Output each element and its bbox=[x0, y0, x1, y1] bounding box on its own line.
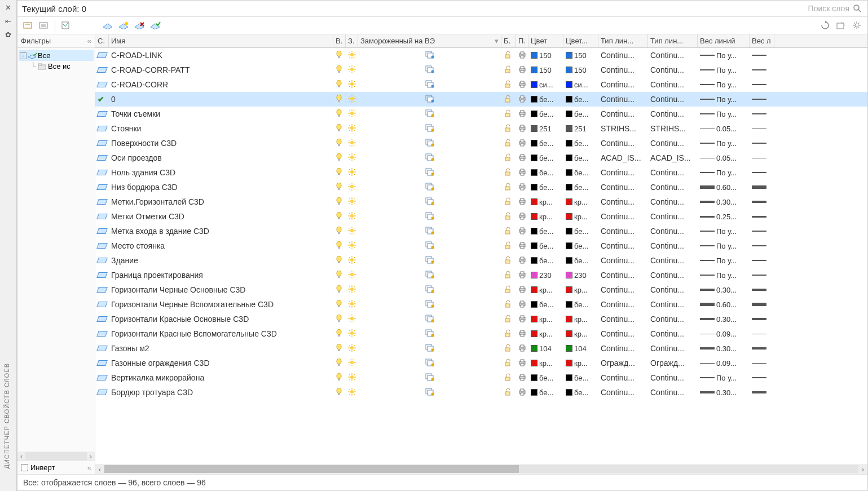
plot-cell[interactable] bbox=[516, 197, 528, 207]
col-lineweight[interactable]: Вес линий bbox=[698, 34, 750, 47]
lock-cell[interactable] bbox=[501, 359, 516, 368]
vplinetype-cell[interactable]: Continu... bbox=[648, 300, 698, 309]
vplinetype-cell[interactable]: Continu... bbox=[648, 95, 698, 104]
vpfreeze-cell[interactable] bbox=[358, 139, 501, 148]
vplineweight-cell[interactable] bbox=[750, 216, 774, 218]
name-cell[interactable]: Газоны м2 bbox=[109, 344, 333, 353]
vplineweight-cell[interactable] bbox=[750, 391, 774, 393]
status-cell[interactable] bbox=[95, 302, 109, 307]
lock-cell[interactable] bbox=[501, 139, 516, 148]
col-vplinetype[interactable]: Тип лин... bbox=[648, 34, 698, 47]
vplineweight-cell[interactable] bbox=[750, 260, 774, 261]
color-cell[interactable]: кр... bbox=[528, 315, 563, 324]
color-cell[interactable]: 150 bbox=[528, 51, 563, 60]
freeze-cell[interactable] bbox=[346, 300, 358, 309]
vpcolor-cell[interactable]: си... bbox=[563, 81, 598, 89]
vpfreeze-cell[interactable] bbox=[358, 227, 501, 236]
freeze-cell[interactable] bbox=[346, 315, 358, 324]
plot-cell[interactable] bbox=[516, 359, 528, 368]
vplinetype-cell[interactable]: Continu... bbox=[648, 168, 698, 177]
lock-cell[interactable] bbox=[501, 373, 516, 383]
freeze-cell[interactable] bbox=[346, 241, 358, 251]
plot-cell[interactable] bbox=[516, 256, 528, 266]
on-cell[interactable] bbox=[333, 300, 346, 309]
vplinetype-cell[interactable]: Continu... bbox=[648, 212, 698, 221]
vpfreeze-cell[interactable] bbox=[358, 256, 501, 266]
lock-cell[interactable] bbox=[501, 212, 516, 222]
vpfreeze-cell[interactable] bbox=[358, 373, 501, 383]
name-cell[interactable]: Стоянки bbox=[109, 124, 333, 133]
table-row[interactable]: Газонные ограждения C3Dкр...кр...Огражд.… bbox=[95, 356, 867, 370]
vplinetype-cell[interactable]: Continu... bbox=[648, 139, 698, 148]
col-linetype[interactable]: Тип лин... bbox=[598, 34, 648, 47]
vplineweight-cell[interactable] bbox=[750, 158, 774, 158]
vplinetype-cell[interactable]: Continu... bbox=[648, 197, 698, 206]
table-row[interactable]: Метка входа в здание C3Dбе...бе...Contin… bbox=[95, 224, 867, 238]
status-cell[interactable]: ✔ bbox=[95, 95, 109, 104]
set-current-button[interactable] bbox=[149, 19, 161, 32]
lock-cell[interactable] bbox=[501, 329, 516, 339]
on-cell[interactable] bbox=[333, 271, 346, 280]
lock-cell[interactable] bbox=[501, 388, 516, 397]
status-cell[interactable] bbox=[95, 375, 109, 381]
name-cell[interactable]: Граница проектирования bbox=[109, 271, 333, 280]
color-cell[interactable]: 150 bbox=[528, 66, 563, 74]
lineweight-cell[interactable]: 0.09... bbox=[698, 330, 750, 338]
table-row[interactable]: Стоянки251251STRIHS...STRIHS...0.05... bbox=[95, 121, 867, 136]
table-row[interactable]: ✔0бе...бе...Continu...Continu...По у... bbox=[95, 92, 867, 107]
lock-cell[interactable] bbox=[501, 256, 516, 266]
scroll-left-icon[interactable]: ‹ bbox=[95, 465, 104, 474]
vpcolor-cell[interactable]: 150 bbox=[563, 51, 598, 60]
lineweight-cell[interactable]: По у... bbox=[698, 169, 750, 177]
col-vpcolor[interactable]: Цвет... bbox=[563, 34, 598, 47]
color-cell[interactable]: бе... bbox=[528, 256, 563, 265]
vplinetype-cell[interactable]: Continu... bbox=[648, 344, 698, 353]
plot-cell[interactable] bbox=[516, 65, 528, 75]
plot-cell[interactable] bbox=[516, 241, 528, 251]
lineweight-cell[interactable]: По у... bbox=[698, 139, 750, 148]
status-cell[interactable] bbox=[95, 170, 109, 175]
on-cell[interactable] bbox=[333, 80, 346, 90]
freeze-cell[interactable] bbox=[346, 329, 358, 339]
linetype-cell[interactable]: Continu... bbox=[598, 80, 648, 89]
vpcolor-cell[interactable]: бе... bbox=[563, 388, 598, 397]
vplineweight-cell[interactable] bbox=[750, 69, 774, 70]
lineweight-cell[interactable]: По у... bbox=[698, 51, 750, 60]
status-cell[interactable] bbox=[95, 360, 109, 366]
freeze-cell[interactable] bbox=[346, 271, 358, 280]
lineweight-cell[interactable]: 0.60... bbox=[698, 300, 750, 309]
vplineweight-cell[interactable] bbox=[750, 129, 774, 129]
refresh-button[interactable] bbox=[819, 19, 831, 32]
status-cell[interactable] bbox=[95, 390, 109, 395]
on-cell[interactable] bbox=[333, 359, 346, 368]
vpfreeze-cell[interactable] bbox=[358, 388, 501, 397]
vplineweight-cell[interactable] bbox=[750, 84, 774, 85]
plot-cell[interactable] bbox=[516, 315, 528, 324]
name-cell[interactable]: Горизонтали Черные Основные C3D bbox=[109, 285, 333, 294]
plot-cell[interactable] bbox=[516, 139, 528, 148]
name-cell[interactable]: Поверхности C3D bbox=[109, 139, 333, 148]
linetype-cell[interactable]: Continu... bbox=[598, 227, 648, 236]
vplinetype-cell[interactable]: ACAD_IS... bbox=[648, 153, 698, 162]
table-row[interactable]: Оси проездовбе...бе...ACAD_IS...ACAD_IS.… bbox=[95, 151, 867, 165]
status-cell[interactable] bbox=[95, 331, 109, 337]
lineweight-cell[interactable]: 0.30... bbox=[698, 344, 750, 353]
status-cell[interactable] bbox=[95, 111, 109, 117]
scroll-right-icon[interactable]: › bbox=[858, 465, 867, 474]
on-cell[interactable] bbox=[333, 197, 346, 207]
vplineweight-cell[interactable] bbox=[750, 318, 774, 320]
linetype-cell[interactable]: Continu... bbox=[598, 139, 648, 148]
table-row[interactable]: Поверхности C3Dбе...бе...Continu...Conti… bbox=[95, 136, 867, 151]
grid-body[interactable]: C-ROAD-LINK150150Continu...Continu...По … bbox=[95, 48, 867, 464]
linetype-cell[interactable]: Continu... bbox=[598, 241, 648, 250]
on-cell[interactable] bbox=[333, 124, 346, 134]
invert-checkbox[interactable] bbox=[21, 464, 28, 471]
scroll-left-icon[interactable]: ‹ bbox=[17, 452, 25, 461]
lock-cell[interactable] bbox=[501, 183, 516, 192]
color-cell[interactable]: кр... bbox=[528, 198, 563, 206]
plot-cell[interactable] bbox=[516, 344, 528, 353]
on-cell[interactable] bbox=[333, 139, 346, 148]
close-icon[interactable]: ✕ bbox=[3, 2, 14, 12]
vpcolor-cell[interactable]: бе... bbox=[563, 183, 598, 192]
name-cell[interactable]: Метка входа в здание C3D bbox=[109, 227, 333, 236]
